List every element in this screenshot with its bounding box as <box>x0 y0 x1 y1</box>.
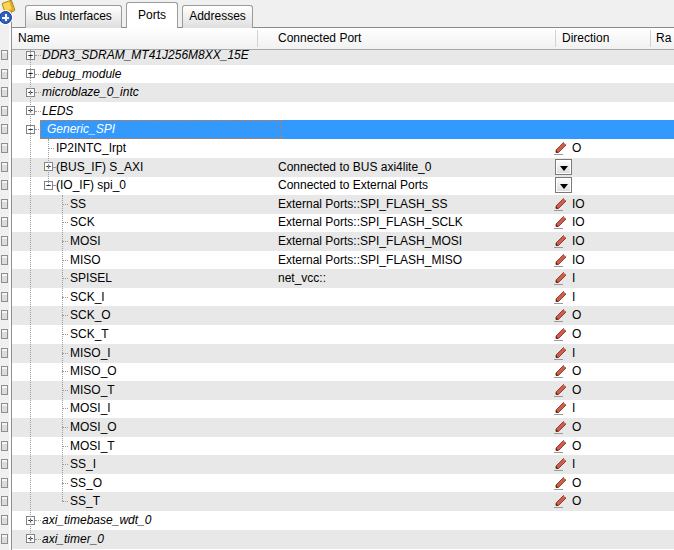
edit-pencil-icon[interactable] <box>553 476 568 491</box>
edit-pencil-icon[interactable] <box>553 327 568 342</box>
port-name: (BUS_IF) S_AXI <box>56 158 143 177</box>
edit-pencil-icon[interactable] <box>553 420 568 435</box>
tree-row-axi-timer-0[interactable]: +axi_timer_0 <box>12 530 674 549</box>
port-name: SS_I <box>70 455 96 474</box>
plus-circle-icon <box>0 11 12 24</box>
edit-pencil-icon[interactable] <box>553 494 568 509</box>
port-name: MISO_I <box>70 344 111 363</box>
connected-port-value: Connected to BUS axi4lite_0 <box>278 158 431 177</box>
edit-pencil-icon[interactable] <box>553 141 568 156</box>
edit-pencil-icon[interactable] <box>553 401 568 416</box>
tree-row-axi-timebase-wdt-0[interactable]: +axi_timebase_wdt_0 <box>12 511 674 530</box>
tree-row-ss[interactable]: SSExternal Ports::SPI_FLASH_SSIO <box>12 195 674 214</box>
tab-bus-interfaces[interactable]: Bus Interfaces <box>25 5 122 28</box>
tree-row-spisel[interactable]: SPISELnet_vcc::I <box>12 269 674 288</box>
port-name: MISO <box>70 251 101 270</box>
edit-pencil-icon[interactable] <box>553 383 568 398</box>
tree-row-miso-i[interactable]: MISO_II <box>12 344 674 363</box>
tree-row-miso[interactable]: MISOExternal Ports::SPI_FLASH_MISOIO <box>12 251 674 270</box>
tree-row-sck-t[interactable]: SCK_TO <box>12 325 674 344</box>
tree-connector <box>53 185 55 187</box>
connection-dropdown-button[interactable] <box>555 159 572 175</box>
edit-pencil-icon[interactable] <box>553 271 568 286</box>
edit-pencil-icon[interactable] <box>553 197 568 212</box>
tree-row-miso-o[interactable]: MISO_OO <box>12 362 674 381</box>
add-port-toolbar-icon[interactable] <box>0 0 16 26</box>
tree-connector <box>62 501 68 503</box>
tree-row-generic-spi[interactable]: −Generic_SPI <box>12 120 674 139</box>
column-separator <box>555 30 556 47</box>
header-name[interactable]: Name <box>18 31 50 45</box>
direction-value: O <box>572 306 581 325</box>
tree-row-sck[interactable]: SCKExternal Ports::SPI_FLASH_SCLKIO <box>12 213 674 232</box>
table-header: Name Connected Port Direction Ra <box>11 28 674 50</box>
edit-pencil-icon[interactable] <box>553 457 568 472</box>
connection-dropdown-button[interactable] <box>555 177 572 193</box>
connected-port-value: External Ports::SPI_FLASH_SS <box>278 195 447 214</box>
tree-row-sck-o[interactable]: SCK_OO <box>12 306 674 325</box>
header-range[interactable]: Ra <box>656 31 671 45</box>
connected-port-value: net_vcc:: <box>278 269 326 288</box>
port-name: MOSI <box>70 232 101 251</box>
direction-value: O <box>572 325 581 344</box>
tree-row-debug-module[interactable]: +debug_module <box>12 65 674 84</box>
direction-value: O <box>572 492 581 511</box>
tree-row-ip2intc-irpt[interactable]: IP2INTC_IrptO <box>12 139 674 158</box>
tree-row-ss-t[interactable]: SS_TO <box>12 492 674 511</box>
tree-row-ddr3-sdram-mt41j256m8xx-15e[interactable]: +DDR3_SDRAM_MT41J256M8XX_15E <box>12 50 674 65</box>
port-name: Generic_SPI <box>47 120 115 139</box>
direction-value: O <box>572 139 581 158</box>
edit-pencil-icon[interactable] <box>553 234 568 249</box>
port-name: SS_T <box>70 492 100 511</box>
tree-row-mosi-t[interactable]: MOSI_TO <box>12 437 674 456</box>
direction-value: IO <box>572 213 585 232</box>
tree-row--io-if-spi-0[interactable]: −(IO_IF) spi_0Connected to External Port… <box>12 176 674 195</box>
clipped-row-icon <box>1 496 8 506</box>
column-separator <box>650 30 651 47</box>
port-name: MOSI_T <box>70 437 115 456</box>
tree-row--bus-if-s-axi[interactable]: +(BUS_IF) S_AXIConnected to BUS axi4lite… <box>12 158 674 177</box>
edit-pencil-icon[interactable] <box>553 308 568 323</box>
clipped-row-icon <box>1 69 8 79</box>
edit-pencil-icon[interactable] <box>553 346 568 361</box>
clipped-row-icon <box>1 515 8 525</box>
tab-ports[interactable]: Ports <box>126 2 178 29</box>
port-name: MISO_O <box>70 362 117 381</box>
edit-pencil-icon[interactable] <box>553 290 568 305</box>
direction-value: O <box>572 381 581 400</box>
tree-connector <box>53 167 55 169</box>
ports-tree-table: +DDR3_SDRAM_MT41J256M8XX_15E+debug_modul… <box>12 50 674 550</box>
tree-row-ss-i[interactable]: SS_II <box>12 455 674 474</box>
tree-row-sck-i[interactable]: SCK_II <box>12 288 674 307</box>
edit-pencil-icon[interactable] <box>553 253 568 268</box>
tree-connector <box>35 55 41 57</box>
tree-connector <box>35 129 41 131</box>
header-direction[interactable]: Direction <box>562 31 609 45</box>
column-separator <box>257 30 258 47</box>
clipped-row-icon <box>1 255 8 265</box>
clipped-row-icon <box>1 87 8 97</box>
clipped-row-icon <box>1 143 8 153</box>
direction-value: O <box>572 474 581 493</box>
tree-row-miso-t[interactable]: MISO_TO <box>12 381 674 400</box>
port-name: microblaze_0_intc <box>42 83 139 102</box>
direction-value: I <box>572 455 575 474</box>
port-name: (IO_IF) spi_0 <box>56 176 126 195</box>
edit-pencil-icon[interactable] <box>553 215 568 230</box>
tree-row-leds[interactable]: +LEDS <box>12 102 674 121</box>
port-name: LEDS <box>42 102 73 121</box>
tab-addresses[interactable]: Addresses <box>182 5 253 28</box>
tab-bar: Bus Interfaces Ports Addresses <box>11 0 674 28</box>
tree-row-mosi[interactable]: MOSIExternal Ports::SPI_FLASH_MOSIIO <box>12 232 674 251</box>
edit-pencil-icon[interactable] <box>553 439 568 454</box>
tree-row-ss-o[interactable]: SS_OO <box>12 474 674 493</box>
clipped-row-icon <box>1 106 8 116</box>
clipped-row-icon <box>1 273 8 283</box>
tree-row-mosi-o[interactable]: MOSI_OO <box>12 418 674 437</box>
tree-row-mosi-i[interactable]: MOSI_II <box>12 399 674 418</box>
header-connected-port[interactable]: Connected Port <box>278 31 361 45</box>
edit-pencil-icon[interactable] <box>553 364 568 379</box>
clipped-row-icon <box>1 385 8 395</box>
tree-row-microblaze-0-intc[interactable]: +microblaze_0_intc <box>12 83 674 102</box>
port-name: SS_O <box>70 474 102 493</box>
